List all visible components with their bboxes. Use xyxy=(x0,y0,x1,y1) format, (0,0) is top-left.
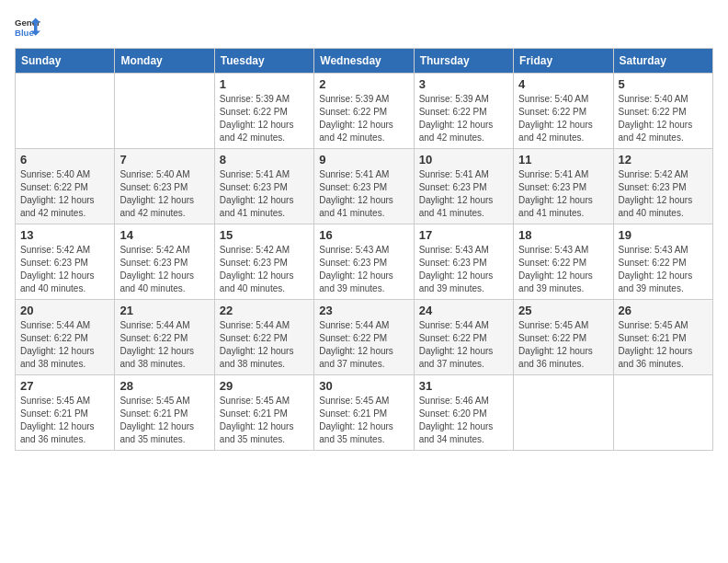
day-number: 29 xyxy=(220,379,309,393)
day-number: 10 xyxy=(419,153,508,167)
day-number: 21 xyxy=(119,304,209,317)
day-number: 9 xyxy=(319,153,408,167)
day-info: Sunrise: 5:44 AM Sunset: 6:22 PM Dayligh… xyxy=(319,319,408,371)
calendar-cell: 7Sunrise: 5:40 AM Sunset: 6:23 PM Daylig… xyxy=(115,149,214,224)
day-info: Sunrise: 5:40 AM Sunset: 6:22 PM Dayligh… xyxy=(518,93,608,144)
day-number: 5 xyxy=(619,77,708,91)
weekday-header-wednesday: Wednesday xyxy=(314,49,414,74)
calendar-cell: 27Sunrise: 5:45 AM Sunset: 6:21 PM Dayli… xyxy=(16,375,115,451)
weekday-header-sunday: Sunday xyxy=(16,49,115,74)
calendar-table: SundayMondayTuesdayWednesdayThursdayFrid… xyxy=(15,48,713,451)
day-info: Sunrise: 5:43 AM Sunset: 6:22 PM Dayligh… xyxy=(619,244,708,295)
day-info: Sunrise: 5:40 AM Sunset: 6:22 PM Dayligh… xyxy=(619,93,708,144)
calendar-cell: 14Sunrise: 5:42 AM Sunset: 6:23 PM Dayli… xyxy=(115,224,214,300)
day-info: Sunrise: 5:43 AM Sunset: 6:23 PM Dayligh… xyxy=(419,244,508,295)
weekday-header-row: SundayMondayTuesdayWednesdayThursdayFrid… xyxy=(16,49,713,74)
logo-icon: General Blue xyxy=(15,15,40,40)
calendar-cell: 24Sunrise: 5:44 AM Sunset: 6:22 PM Dayli… xyxy=(414,300,513,375)
day-info: Sunrise: 5:45 AM Sunset: 6:21 PM Dayligh… xyxy=(619,319,708,371)
calendar-week-5: 27Sunrise: 5:45 AM Sunset: 6:21 PM Dayli… xyxy=(16,375,713,451)
calendar-cell: 28Sunrise: 5:45 AM Sunset: 6:21 PM Dayli… xyxy=(115,375,214,451)
calendar-cell: 12Sunrise: 5:42 AM Sunset: 6:23 PM Dayli… xyxy=(613,149,712,224)
day-number: 20 xyxy=(20,304,109,317)
day-info: Sunrise: 5:41 AM Sunset: 6:23 PM Dayligh… xyxy=(220,168,309,220)
day-info: Sunrise: 5:43 AM Sunset: 6:23 PM Dayligh… xyxy=(319,244,408,295)
calendar-cell xyxy=(115,74,214,149)
calendar-cell xyxy=(16,74,115,149)
calendar-cell: 18Sunrise: 5:43 AM Sunset: 6:22 PM Dayli… xyxy=(514,224,613,300)
day-info: Sunrise: 5:42 AM Sunset: 6:23 PM Dayligh… xyxy=(619,168,708,220)
day-info: Sunrise: 5:41 AM Sunset: 6:23 PM Dayligh… xyxy=(419,168,508,220)
weekday-header-tuesday: Tuesday xyxy=(214,49,313,74)
day-info: Sunrise: 5:39 AM Sunset: 6:22 PM Dayligh… xyxy=(319,93,408,144)
day-number: 11 xyxy=(518,153,608,167)
day-number: 1 xyxy=(220,77,309,91)
calendar-cell: 4Sunrise: 5:40 AM Sunset: 6:22 PM Daylig… xyxy=(514,74,613,149)
day-number: 31 xyxy=(419,379,508,393)
day-info: Sunrise: 5:46 AM Sunset: 6:20 PM Dayligh… xyxy=(419,395,508,446)
calendar-cell xyxy=(514,375,613,451)
day-info: Sunrise: 5:44 AM Sunset: 6:22 PM Dayligh… xyxy=(20,319,109,371)
day-number: 3 xyxy=(419,77,508,91)
weekday-header-friday: Friday xyxy=(514,49,613,74)
calendar-cell: 8Sunrise: 5:41 AM Sunset: 6:23 PM Daylig… xyxy=(214,149,313,224)
day-info: Sunrise: 5:45 AM Sunset: 6:22 PM Dayligh… xyxy=(518,319,608,371)
calendar-cell: 21Sunrise: 5:44 AM Sunset: 6:22 PM Dayli… xyxy=(115,300,214,375)
day-number: 7 xyxy=(119,153,209,167)
calendar-cell: 20Sunrise: 5:44 AM Sunset: 6:22 PM Dayli… xyxy=(16,300,115,375)
calendar-cell: 17Sunrise: 5:43 AM Sunset: 6:23 PM Dayli… xyxy=(414,224,513,300)
day-number: 14 xyxy=(119,228,209,242)
day-number: 22 xyxy=(220,304,309,317)
day-number: 13 xyxy=(20,228,109,242)
calendar-week-1: 1Sunrise: 5:39 AM Sunset: 6:22 PM Daylig… xyxy=(16,74,713,149)
day-info: Sunrise: 5:41 AM Sunset: 6:23 PM Dayligh… xyxy=(518,168,608,220)
weekday-header-monday: Monday xyxy=(115,49,214,74)
day-number: 16 xyxy=(319,228,408,242)
calendar-cell: 2Sunrise: 5:39 AM Sunset: 6:22 PM Daylig… xyxy=(314,74,414,149)
day-number: 6 xyxy=(20,153,109,167)
day-number: 23 xyxy=(319,304,408,317)
calendar-cell: 5Sunrise: 5:40 AM Sunset: 6:22 PM Daylig… xyxy=(613,74,712,149)
calendar-cell xyxy=(613,375,712,451)
calendar-cell: 23Sunrise: 5:44 AM Sunset: 6:22 PM Dayli… xyxy=(314,300,414,375)
calendar-cell: 11Sunrise: 5:41 AM Sunset: 6:23 PM Dayli… xyxy=(514,149,613,224)
day-info: Sunrise: 5:45 AM Sunset: 6:21 PM Dayligh… xyxy=(119,395,209,446)
day-info: Sunrise: 5:41 AM Sunset: 6:23 PM Dayligh… xyxy=(319,168,408,220)
day-info: Sunrise: 5:44 AM Sunset: 6:22 PM Dayligh… xyxy=(119,319,209,371)
calendar-cell: 6Sunrise: 5:40 AM Sunset: 6:22 PM Daylig… xyxy=(16,149,115,224)
day-info: Sunrise: 5:42 AM Sunset: 6:23 PM Dayligh… xyxy=(220,244,309,295)
day-number: 26 xyxy=(619,304,708,317)
calendar-cell: 22Sunrise: 5:44 AM Sunset: 6:22 PM Dayli… xyxy=(214,300,313,375)
calendar-week-2: 6Sunrise: 5:40 AM Sunset: 6:22 PM Daylig… xyxy=(16,149,713,224)
calendar-cell: 1Sunrise: 5:39 AM Sunset: 6:22 PM Daylig… xyxy=(214,74,313,149)
day-info: Sunrise: 5:39 AM Sunset: 6:22 PM Dayligh… xyxy=(419,93,508,144)
day-number: 27 xyxy=(20,379,109,393)
day-info: Sunrise: 5:45 AM Sunset: 6:21 PM Dayligh… xyxy=(319,395,408,446)
day-number: 18 xyxy=(518,228,608,242)
calendar-cell: 29Sunrise: 5:45 AM Sunset: 6:21 PM Dayli… xyxy=(214,375,313,451)
day-number: 19 xyxy=(619,228,708,242)
weekday-header-saturday: Saturday xyxy=(613,49,712,74)
day-number: 17 xyxy=(419,228,508,242)
calendar-cell: 3Sunrise: 5:39 AM Sunset: 6:22 PM Daylig… xyxy=(414,74,513,149)
calendar-cell: 10Sunrise: 5:41 AM Sunset: 6:23 PM Dayli… xyxy=(414,149,513,224)
svg-text:Blue: Blue xyxy=(15,28,34,38)
day-info: Sunrise: 5:45 AM Sunset: 6:21 PM Dayligh… xyxy=(20,395,109,446)
calendar-cell: 15Sunrise: 5:42 AM Sunset: 6:23 PM Dayli… xyxy=(214,224,313,300)
day-number: 2 xyxy=(319,77,408,91)
calendar-cell: 16Sunrise: 5:43 AM Sunset: 6:23 PM Dayli… xyxy=(314,224,414,300)
day-number: 25 xyxy=(518,304,608,317)
calendar-cell: 9Sunrise: 5:41 AM Sunset: 6:23 PM Daylig… xyxy=(314,149,414,224)
day-number: 30 xyxy=(319,379,408,393)
day-info: Sunrise: 5:43 AM Sunset: 6:22 PM Dayligh… xyxy=(518,244,608,295)
calendar-cell: 13Sunrise: 5:42 AM Sunset: 6:23 PM Dayli… xyxy=(16,224,115,300)
day-info: Sunrise: 5:45 AM Sunset: 6:21 PM Dayligh… xyxy=(220,395,309,446)
weekday-header-thursday: Thursday xyxy=(414,49,513,74)
calendar-week-4: 20Sunrise: 5:44 AM Sunset: 6:22 PM Dayli… xyxy=(16,300,713,375)
calendar-cell: 30Sunrise: 5:45 AM Sunset: 6:21 PM Dayli… xyxy=(314,375,414,451)
day-number: 24 xyxy=(419,304,508,317)
day-info: Sunrise: 5:42 AM Sunset: 6:23 PM Dayligh… xyxy=(119,244,209,295)
day-info: Sunrise: 5:42 AM Sunset: 6:23 PM Dayligh… xyxy=(20,244,109,295)
day-number: 8 xyxy=(220,153,309,167)
calendar-week-3: 13Sunrise: 5:42 AM Sunset: 6:23 PM Dayli… xyxy=(16,224,713,300)
